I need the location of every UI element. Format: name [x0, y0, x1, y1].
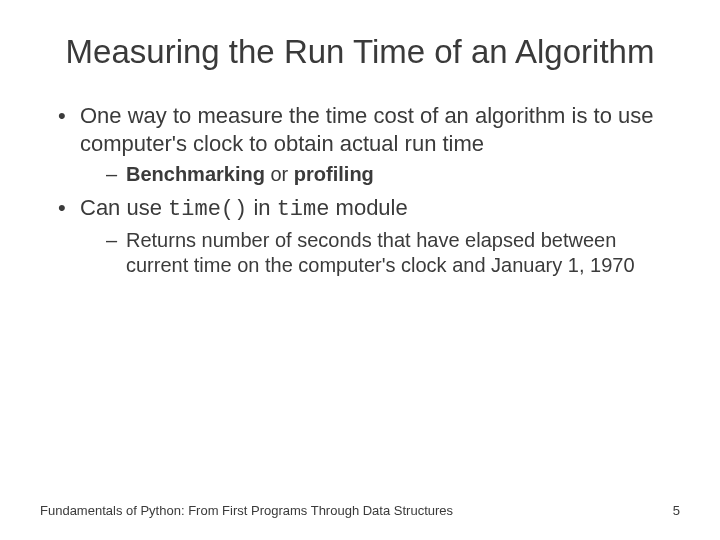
- sub-item: Returns number of seconds that have elap…: [106, 228, 680, 279]
- code-text: time: [277, 197, 330, 222]
- sub-text: or: [265, 163, 294, 185]
- sub-text: Returns number of seconds that have elap…: [126, 229, 635, 277]
- sub-item: Benchmarking or profiling: [106, 162, 680, 188]
- slide-title: Measuring the Run Time of an Algorithm: [40, 32, 680, 72]
- bullet-item: Can use time() in time module Returns nu…: [58, 194, 680, 279]
- code-text: time(): [168, 197, 247, 222]
- bullet-list: One way to measure the time cost of an a…: [40, 102, 680, 279]
- bullet-text: in: [247, 195, 276, 220]
- bold-text: profiling: [294, 163, 374, 185]
- bullet-item: One way to measure the time cost of an a…: [58, 102, 680, 188]
- page-number: 5: [673, 503, 680, 518]
- footer: Fundamentals of Python: From First Progr…: [40, 503, 680, 518]
- bold-text: Benchmarking: [126, 163, 265, 185]
- bullet-text: Can use: [80, 195, 168, 220]
- footer-source: Fundamentals of Python: From First Progr…: [40, 503, 453, 518]
- sub-list: Benchmarking or profiling: [80, 162, 680, 188]
- bullet-text: One way to measure the time cost of an a…: [80, 103, 654, 156]
- sub-list: Returns number of seconds that have elap…: [80, 228, 680, 279]
- bullet-text: module: [329, 195, 407, 220]
